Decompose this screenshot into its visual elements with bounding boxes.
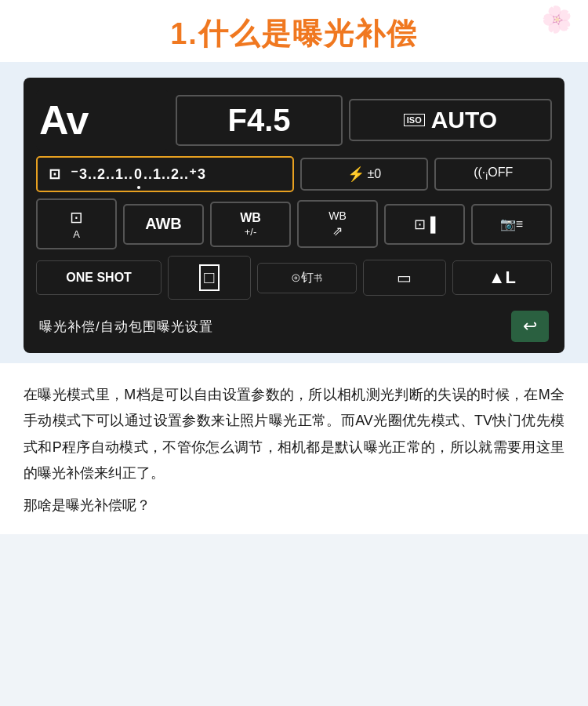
lcd-display: ⊡▐	[384, 204, 465, 245]
lcd-icon: ⊡▐	[414, 216, 436, 233]
wifi-icon: ((·iOFF	[474, 166, 513, 182]
ev-indicator-dot	[137, 186, 140, 189]
ev-icon: ⊡	[49, 166, 61, 183]
aspect-display: ▭	[363, 260, 446, 296]
camera-row-1: Av F4.5 ISO AUTO	[36, 90, 552, 150]
ev-scale-display: ⊡ ⁻3..2..1.. 0 ..1..2..⁺3	[36, 156, 294, 192]
camera-row-3: ⊡ A AWB WB +/- WB ⇗ ⊡▐ 📷≡	[36, 198, 552, 249]
af-point-display: □	[168, 256, 251, 300]
iso-value: AUTO	[431, 107, 497, 133]
camera-panel: Av F4.5 ISO AUTO ⊡ ⁻3..2..1.. 0 ..	[24, 78, 564, 353]
awb-label: AWB	[145, 215, 182, 233]
sub-paragraph: 那啥是曝光补偿呢？	[24, 493, 564, 519]
main-paragraph: 在曝光模式里，M档是可以自由设置参数的，所以相机测光判断的失误的时候，在M全手动…	[24, 382, 564, 486]
camera-settings-icon: 📷≡	[500, 217, 523, 231]
awb-display: AWB	[123, 204, 204, 245]
back-icon: ↩	[523, 316, 537, 337]
af-point-icon: □	[199, 264, 219, 291]
af-mode-label: ONE SHOT	[66, 271, 132, 285]
header-section: 1.什么是曝光补偿 🌸	[0, 0, 588, 62]
camera-settings-display: 📷≡	[471, 204, 552, 245]
camera-row-2: ⊡ ⁻3..2..1.. 0 ..1..2..⁺3 ⚡ ±0 ((·iOFF	[36, 156, 552, 192]
back-button[interactable]: ↩	[511, 311, 549, 342]
wifi-display: ((·iOFF	[434, 158, 552, 190]
quality-display: ▲L	[452, 260, 552, 295]
wb-plus-sub: +/-	[245, 226, 257, 238]
wb-shift-icon: WB	[328, 209, 347, 222]
flash-icon: ⚡	[347, 166, 365, 183]
flash-display: ⚡ ±0	[300, 158, 428, 191]
camera-section: Av F4.5 ISO AUTO ⊡ ⁻3..2..1.. 0 ..	[0, 62, 588, 361]
aperture-display: F4.5	[176, 95, 343, 146]
aspect-icon: ▭	[397, 268, 412, 287]
page-title: 1.什么是曝光补偿	[0, 14, 588, 54]
drive-icon: ⊙钉	[291, 270, 314, 286]
af-mode-display: ONE SHOT	[36, 260, 162, 295]
camera-row-4: ONE SHOT □ ⊙钉 书 ▭ ▲L	[36, 256, 552, 300]
camera-bottom-bar: 曝光补偿/自动包围曝光设置 ↩	[36, 306, 552, 345]
text-section: 在曝光模式里，M档是可以自由设置参数的，所以相机测光判断的失误的时候，在M全手动…	[0, 361, 588, 534]
ev-scale: ⁻3..2..1.. 0 ..1..2..⁺3	[71, 166, 206, 183]
mode-display: Av	[36, 90, 169, 150]
metering-icon: ⊡	[70, 208, 83, 227]
quality-icon: ▲L	[488, 267, 516, 288]
iso-display: ISO AUTO	[349, 99, 552, 141]
metering-label: A	[73, 228, 80, 240]
drive-display: ⊙钉 书	[257, 263, 357, 293]
wb-plus-label: WB	[240, 211, 261, 225]
metering-display: ⊡ A	[36, 198, 117, 249]
flash-value: ±0	[367, 167, 381, 181]
iso-label: ISO	[404, 114, 425, 126]
bottom-label: 曝光补偿/自动包围曝光设置	[39, 318, 213, 336]
wb-plus-display: WB +/-	[210, 202, 291, 247]
wb-shift-display: WB ⇗	[297, 200, 378, 248]
